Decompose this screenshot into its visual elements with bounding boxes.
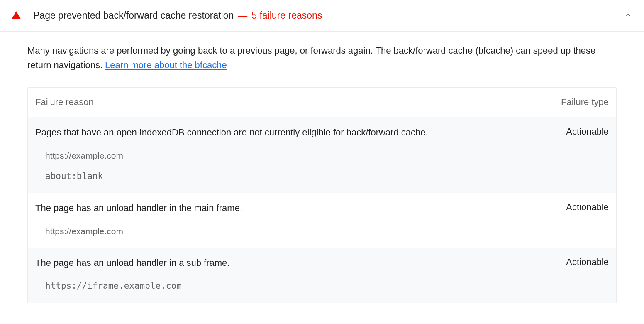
col-failure-type: Failure type <box>561 97 609 108</box>
table-row: The page has an unload handler in a sub … <box>28 248 616 302</box>
failure-urls: https://example.com <box>35 225 609 238</box>
failure-urls: https://example.comabout:blank <box>35 149 609 183</box>
row-main: The page has an unload handler in the ma… <box>35 202 609 215</box>
failure-url: https://example.com <box>45 225 609 238</box>
failure-type: Actionable <box>566 202 609 213</box>
failure-reason: The page has an unload handler in the ma… <box>35 202 549 215</box>
failure-url: https://iframe.example.com <box>45 280 609 293</box>
audit-header[interactable]: Page prevented back/forward cache restor… <box>0 0 644 32</box>
audit-panel: Page prevented back/forward cache restor… <box>0 0 644 315</box>
row-main: Pages that have an open IndexedDB connec… <box>35 126 609 139</box>
failure-type: Actionable <box>566 126 609 137</box>
warning-triangle-icon <box>12 11 21 19</box>
failure-count: 5 failure reasons <box>251 10 322 21</box>
table-header-row: Failure reason Failure type <box>28 88 616 117</box>
failure-urls: https://iframe.example.com <box>35 280 609 293</box>
learn-more-link[interactable]: Learn more about the bfcache <box>105 60 227 70</box>
failure-type: Actionable <box>566 257 609 268</box>
row-main: The page has an unload handler in a sub … <box>35 257 609 270</box>
collapse-chevron-icon[interactable] <box>624 11 632 21</box>
audit-body: Many navigations are performed by going … <box>0 32 644 315</box>
table-row: Pages that have an open IndexedDB connec… <box>28 117 616 193</box>
failure-url: https://example.com <box>45 149 609 162</box>
audit-title: Page prevented back/forward cache restor… <box>33 10 234 21</box>
table-row: The page has an unload handler in the ma… <box>28 193 616 248</box>
failure-table: Failure reason Failure type Pages that h… <box>27 87 617 303</box>
title-dash: — <box>238 10 247 21</box>
audit-description: Many navigations are performed by going … <box>27 43 617 72</box>
failure-reason: The page has an unload handler in a sub … <box>35 257 549 270</box>
failure-url: about:blank <box>45 170 609 183</box>
failure-reason: Pages that have an open IndexedDB connec… <box>35 126 549 139</box>
col-failure-reason: Failure reason <box>35 97 94 108</box>
